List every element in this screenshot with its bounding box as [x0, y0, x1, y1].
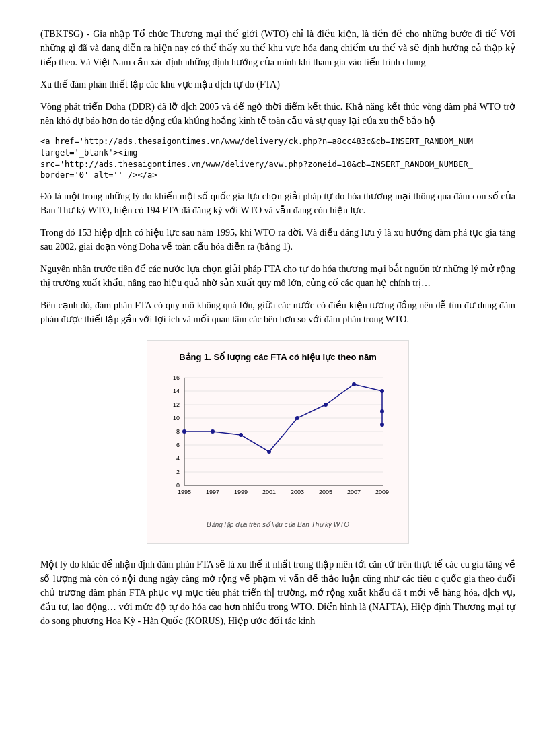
paragraph-1: (TBKTSG) - Gia nhập Tổ chức Thương mại t…: [40, 27, 515, 69]
chart-container: Bảng 1. Số lượng các FTA có hiệu lực the…: [40, 340, 515, 544]
x-label-2003: 2003: [291, 489, 304, 495]
paragraph-8-text: Bên cạnh đó, đàm phán FTA có quy mô khôn…: [40, 300, 515, 324]
x-label-1995: 1995: [178, 489, 191, 495]
x-label-2005: 2005: [319, 489, 332, 495]
chart-wrapper: Bảng 1. Số lượng các FTA có hiệu lực the…: [147, 340, 409, 544]
y-label-2: 2: [176, 469, 180, 475]
code-block: <a href='http://ads.thesaigontimes.vn/ww…: [40, 136, 515, 181]
x-label-2001: 2001: [262, 489, 276, 495]
code-block-text: <a href='http://ads.thesaigontimes.vn/ww…: [40, 137, 473, 180]
y-label-8: 8: [176, 428, 180, 435]
paragraph-9: Một lý do khác để nhận định đàm phán FTA…: [40, 557, 515, 628]
data-point-2007: [352, 382, 356, 386]
x-label-2007: 2007: [347, 489, 361, 495]
chart-svg: 0 2 4 6 8 10 12 14 16 1995 1997 1999 200…: [161, 371, 396, 512]
paragraph-2-text: Xu thế đàm phán thiết lập các khu vực mậ…: [40, 79, 280, 90]
data-point-2009c: [380, 423, 384, 427]
paragraph-3-text: Vòng phát triển Doha (DDR) đã lỡ dịch 20…: [40, 102, 515, 126]
data-point-1995: [182, 429, 186, 434]
paragraph-6-text: Trong đó 153 hiệp định có hiệu lực sau n…: [40, 228, 515, 252]
x-label-1999: 1999: [234, 489, 248, 495]
paragraph-9-text: Một lý do khác để nhận định đàm phán FTA…: [40, 559, 515, 626]
paragraph-1-text: (TBKTSG) - Gia nhập Tổ chức Thương mại t…: [40, 29, 515, 67]
y-label-10: 10: [173, 415, 180, 421]
data-point-2005: [324, 403, 328, 407]
paragraph-5-text: Đó là một trong những lý do khiến một số…: [40, 191, 515, 215]
data-point-2003: [295, 416, 299, 420]
x-label-2009: 2009: [375, 489, 389, 495]
chart-svg-area: 0 2 4 6 8 10 12 14 16 1995 1997 1999 200…: [161, 371, 395, 516]
data-point-2001: [267, 450, 271, 454]
article-body: (TBKTSG) - Gia nhập Tổ chức Thương mại t…: [40, 27, 515, 628]
y-label-6: 6: [176, 442, 180, 448]
paragraph-7: Nguyên nhân trước tiên để các nước lựa c…: [40, 262, 515, 290]
paragraph-5: Đó là một trong những lý do khiến một số…: [40, 189, 515, 217]
y-label-12: 12: [173, 401, 180, 408]
y-label-14: 14: [173, 388, 180, 394]
paragraph-8: Bên cạnh đó, đàm phán FTA có quy mô khôn…: [40, 298, 515, 327]
paragraph-2: Xu thế đàm phán thiết lập các khu vực mậ…: [40, 77, 515, 92]
paragraph-7-text: Nguyên nhân trước tiên để các nước lựa c…: [40, 264, 515, 288]
data-point-1997: [211, 429, 215, 434]
y-label-4: 4: [176, 455, 180, 462]
paragraph-3: Vòng phát triển Doha (DDR) đã lỡ dịch 20…: [40, 100, 515, 128]
y-label-0: 0: [176, 482, 180, 489]
x-label-1997: 1997: [206, 489, 219, 495]
chart-caption: Bảng lập dựa trên số liệu của Ban Thư ký…: [161, 520, 395, 530]
paragraph-6: Trong đó 153 hiệp định có hiệu lực sau n…: [40, 226, 515, 254]
y-label-16: 16: [173, 374, 180, 381]
chart-title: Bảng 1. Số lượng các FTA có hiệu lực the…: [161, 351, 395, 364]
data-point-1999: [239, 433, 243, 437]
